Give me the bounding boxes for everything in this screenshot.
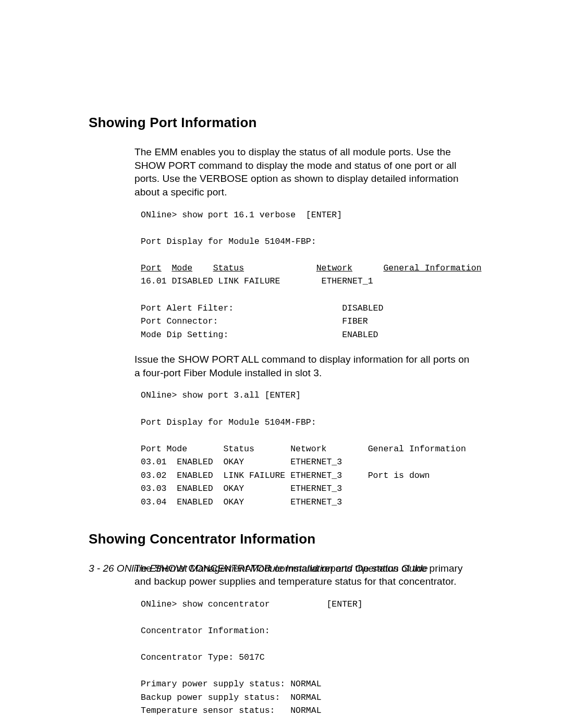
term-line: Port Display for Module 5104M-FBP: <box>141 237 316 246</box>
term-line: 03.01 ENABLED OKAY ETHERNET_3 <box>141 457 342 467</box>
term-line: ONline> show port 3.all [ENTER] <box>141 390 301 400</box>
heading-showing-concentrator-information: Showing Concentrator Information <box>89 531 474 547</box>
para-port-info-1: The EMM enables you to display the statu… <box>89 145 474 199</box>
term-line: 03.03 ENABLED OKAY ETHERNET_3 <box>141 484 342 493</box>
term-header-general-info: General Information <box>383 263 481 273</box>
term-header-port: Port <box>141 263 162 273</box>
term-line: 03.02 ENABLED LINK FAILURE ETHERNET_3 Po… <box>141 471 430 480</box>
term-line: Mode Dip Setting: ENABLED <box>141 330 378 340</box>
term-line: Temperature sensor status: NORMAL <box>141 706 322 715</box>
term-line: Port Alert Filter: DISABLED <box>141 303 383 313</box>
term-line: 03.04 ENABLED OKAY ETHERNET_3 <box>141 497 342 507</box>
term-line: 16.01 DISABLED LINK FAILURE ETHERNET_1 <box>141 276 373 286</box>
terminal-output-port-all: ONline> show port 3.all [ENTER] Port Dis… <box>89 389 474 509</box>
term-line: Port Connector: FIBER <box>141 316 368 326</box>
term-header-network: Network <box>316 263 352 273</box>
term-header-mode: Mode <box>172 263 192 273</box>
page: Showing Port Information The EMM enables… <box>0 0 563 728</box>
term-line: Port Mode Status Network General Informa… <box>141 444 466 454</box>
page-footer: 3 - 26 ONline Ethernet Management Module… <box>89 563 428 574</box>
term-line: Port Display for Module 5104M-FBP: <box>141 417 316 427</box>
term-line: Primary power supply status: NORMAL <box>141 679 322 689</box>
term-line: Concentrator Information: <box>141 626 270 636</box>
section-concentrator: Showing Concentrator Information The SHO… <box>89 531 474 718</box>
para-port-info-2: Issue the SHOW PORT ALL command to displ… <box>89 353 474 379</box>
term-line: Backup power supply status: NORMAL <box>141 693 322 702</box>
terminal-output-port-verbose: ONline> show port 16.1 verbose [ENTER] P… <box>89 208 474 342</box>
terminal-output-concentrator: ONline> show concentrator [ENTER] Concen… <box>89 598 474 718</box>
heading-showing-port-information: Showing Port Information <box>89 115 474 131</box>
term-header-status: Status <box>213 263 244 273</box>
term-line: ONline> show concentrator [ENTER] <box>141 599 363 609</box>
term-line: ONline> show port 16.1 verbose [ENTER] <box>141 210 342 220</box>
term-line: Concentrator Type: 5017C <box>141 652 265 662</box>
